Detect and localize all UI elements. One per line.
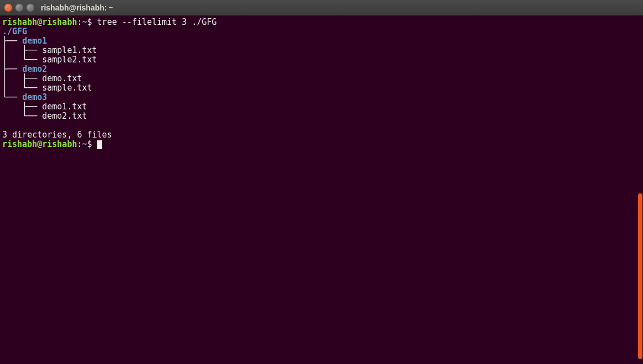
- window-controls: [4, 4, 34, 12]
- tree-dir: demo2: [22, 64, 47, 74]
- tree-file: demo2.txt: [42, 111, 87, 121]
- command-text: tree --filelimit 3 ./GFG: [97, 17, 217, 27]
- tree-file: sample.txt: [42, 83, 92, 93]
- tree-file: demo.txt: [42, 73, 82, 83]
- tree-branch: │ └──: [2, 83, 42, 93]
- tree-file: sample1.txt: [42, 45, 97, 55]
- prompt-colon: :: [77, 17, 82, 27]
- prompt-user: rishabh@rishabh: [2, 139, 77, 149]
- tree-branch: └──: [2, 92, 22, 102]
- tree-file: demo1.txt: [42, 102, 87, 112]
- tree-branch: │ ├──: [2, 45, 42, 55]
- tree-branch: └──: [2, 111, 42, 121]
- tree-branch: │ └──: [2, 55, 42, 65]
- titlebar: rishabh@rishabh: ~: [0, 0, 643, 15]
- maximize-button[interactable]: [27, 4, 34, 12]
- cursor-icon: [97, 140, 102, 149]
- prompt-colon: :: [77, 139, 82, 149]
- tree-branch: ├──: [2, 36, 22, 46]
- terminal-body[interactable]: rishabh@rishabh:~$ tree --filelimit 3 ./…: [0, 15, 643, 364]
- prompt-path: ~: [82, 139, 87, 149]
- tree-branch: ├──: [2, 102, 42, 112]
- prompt-dollar: $: [87, 17, 97, 27]
- scrollbar[interactable]: [638, 193, 642, 359]
- tree-file: sample2.txt: [42, 55, 97, 65]
- minimize-button[interactable]: [15, 4, 23, 12]
- tree-root: ./GFG: [2, 27, 27, 36]
- window-title: rishabh@rishabh: ~: [41, 3, 114, 12]
- tree-dir: demo1: [22, 36, 47, 46]
- tree-summary: 3 directories, 6 files: [2, 130, 112, 140]
- prompt-dollar: $: [87, 139, 97, 149]
- prompt-path: ~: [82, 17, 87, 27]
- tree-dir: demo3: [22, 92, 47, 102]
- prompt-user: rishabh@rishabh: [2, 17, 77, 27]
- tree-branch: ├──: [2, 64, 22, 74]
- close-button[interactable]: [4, 4, 12, 12]
- tree-branch: │ ├──: [2, 73, 42, 83]
